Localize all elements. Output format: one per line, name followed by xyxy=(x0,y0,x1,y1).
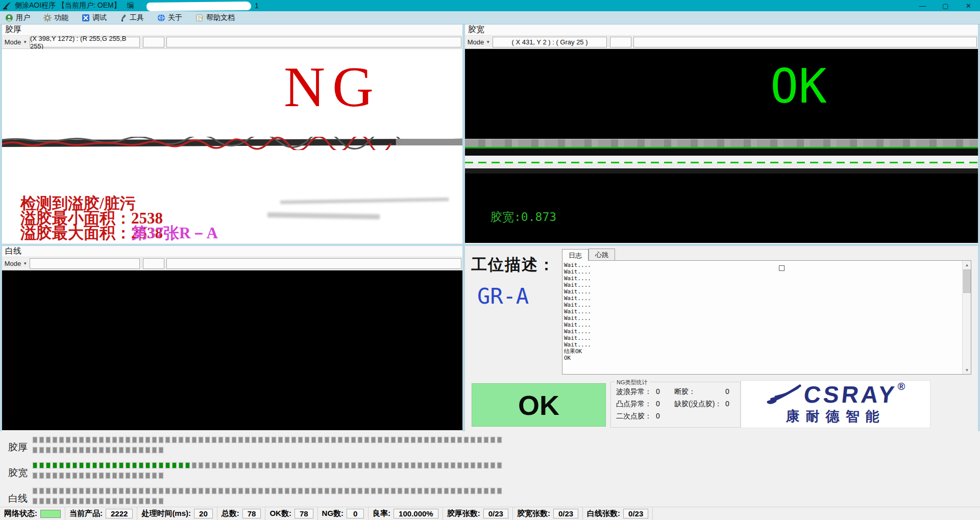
indicator-cell xyxy=(92,498,97,504)
menu-item-tools[interactable]: 工具 xyxy=(120,13,144,22)
indicator-cell xyxy=(145,473,150,479)
log-scrollbar[interactable]: ▲ ▼ xyxy=(962,261,971,374)
maximize-button[interactable]: ▢ xyxy=(934,0,957,11)
indicator-cell xyxy=(86,462,90,468)
indicator-cell xyxy=(351,437,356,443)
log-list[interactable]: Wait....Wait....Wait....Wait....Wait....… xyxy=(562,260,971,375)
log-line: Wait.... xyxy=(564,288,591,295)
indicator-cell xyxy=(378,462,382,468)
scrollbar-thumb[interactable] xyxy=(963,269,971,293)
indicator-cell xyxy=(265,437,270,443)
indicator-cell xyxy=(205,437,210,443)
indicator-cell xyxy=(53,488,57,494)
indicator-cell xyxy=(139,488,143,494)
indicator-cell xyxy=(338,437,342,443)
statusbar-total-count: 总数: 78 xyxy=(217,507,266,520)
indicator-cell xyxy=(252,488,256,494)
indicator-cell xyxy=(66,437,70,443)
menu-item-functions[interactable]: 功能 xyxy=(43,13,68,22)
indicator-cell xyxy=(86,437,90,443)
indicator-cell xyxy=(371,462,376,468)
inspection-image-white-line[interactable] xyxy=(2,270,462,430)
glue-width-measurement: 胶宽:0.873 xyxy=(491,209,556,225)
indicator-cell xyxy=(99,498,104,504)
indicator-cell xyxy=(106,473,110,479)
indicator-cell xyxy=(179,462,183,468)
indicator-cell xyxy=(464,462,469,468)
indicator-cell xyxy=(238,462,243,468)
mode-dropdown[interactable]: Mode▼ xyxy=(465,36,493,48)
indicator-cell xyxy=(464,488,469,494)
indicator-cell xyxy=(59,498,64,504)
indicator-cell xyxy=(404,462,409,468)
inspection-image-glue-thickness[interactable]: NG 检测到溢胶/脏污 溢胶最小面积：2538 溢胶最大面积：2538 第37张… xyxy=(2,49,462,243)
chevron-down-icon: ▼ xyxy=(23,261,27,266)
tab-log[interactable]: 日志 xyxy=(562,249,589,261)
indicator-cell xyxy=(311,488,316,494)
indicator-cell xyxy=(59,447,64,453)
indicator-cell xyxy=(484,437,488,443)
about-icon xyxy=(157,14,165,22)
pixel-coordinate-readout: (X 398,Y 1272) : (R 255,G 255,B 255) xyxy=(30,37,140,47)
indicator-cell xyxy=(205,462,210,468)
indicator-cell xyxy=(378,437,382,443)
indicator-cell xyxy=(185,437,190,443)
indicator-cell xyxy=(33,488,37,494)
indicator-cell xyxy=(318,488,323,494)
menu-item-debug[interactable]: 调试 xyxy=(82,13,107,22)
indicator-cell xyxy=(437,488,442,494)
menu-item-about[interactable]: 关于 xyxy=(157,13,182,22)
indicator-cell xyxy=(404,488,409,494)
indicator-cell xyxy=(477,462,482,468)
indicator-cell xyxy=(99,437,104,443)
indicator-cell xyxy=(298,462,303,468)
indicator-cell xyxy=(418,462,422,468)
indicator-cell xyxy=(192,437,197,443)
indicator-cell xyxy=(92,473,97,479)
indicator-cell xyxy=(238,437,243,443)
log-section: 日志 心跳 Wait....Wait....Wait....Wait....Wa… xyxy=(562,249,971,375)
tools-icon xyxy=(120,14,127,22)
indicator-cell xyxy=(179,437,183,443)
inspection-image-glue-width[interactable]: OK 胶宽:0.873 xyxy=(465,49,978,243)
indicator-cell xyxy=(358,488,362,494)
indicator-cell xyxy=(79,462,84,468)
indicator-cell xyxy=(364,437,369,443)
indicator-cell xyxy=(53,473,57,479)
indicator-cell xyxy=(165,488,170,494)
indicator-cell xyxy=(338,462,342,468)
log-line: Wait.... xyxy=(564,275,591,282)
indicator-cell xyxy=(325,462,329,468)
menu-bar: 用户 功能 调试 工具 xyxy=(0,11,980,24)
mode-dropdown[interactable]: Mode▼ xyxy=(2,257,30,270)
indicator-cell xyxy=(305,462,309,468)
indicator-cell xyxy=(325,437,329,443)
menu-item-help-doc[interactable]: 帮助文档 xyxy=(195,13,235,22)
menu-label: 工具 xyxy=(130,13,144,22)
indicator-cell xyxy=(46,488,51,494)
close-button[interactable]: ✕ xyxy=(957,0,980,11)
indicator-cell xyxy=(86,488,90,494)
indicator-cell xyxy=(152,437,157,443)
result-text-ok: OK xyxy=(770,63,827,110)
tab-heartbeat[interactable]: 心跳 xyxy=(589,249,615,261)
indicator-cell xyxy=(278,437,283,443)
network-status-indicator xyxy=(40,510,61,518)
window-title: 侧涂AOI程序 【当前用户: OEM】 编 1 xyxy=(15,1,134,10)
scroll-up-icon[interactable]: ▲ xyxy=(963,261,971,269)
indicator-cell xyxy=(172,488,177,494)
overall-result-panel: OK xyxy=(472,383,606,427)
scroll-down-icon[interactable]: ▼ xyxy=(963,366,971,374)
indicator-cell xyxy=(265,462,270,468)
indicator-cell xyxy=(39,447,44,453)
log-checkbox[interactable] xyxy=(779,265,785,271)
indicator-cell xyxy=(457,488,462,494)
minimize-button[interactable]: — xyxy=(911,0,934,11)
indicator-cell xyxy=(252,437,256,443)
indicator-cell xyxy=(218,462,223,468)
menu-item-user[interactable]: 用户 xyxy=(5,13,30,22)
indicator-cell xyxy=(59,462,64,468)
indicator-cell xyxy=(497,488,502,494)
panel-title: 白线 xyxy=(2,246,462,257)
mode-dropdown[interactable]: Mode▼ xyxy=(2,36,30,48)
